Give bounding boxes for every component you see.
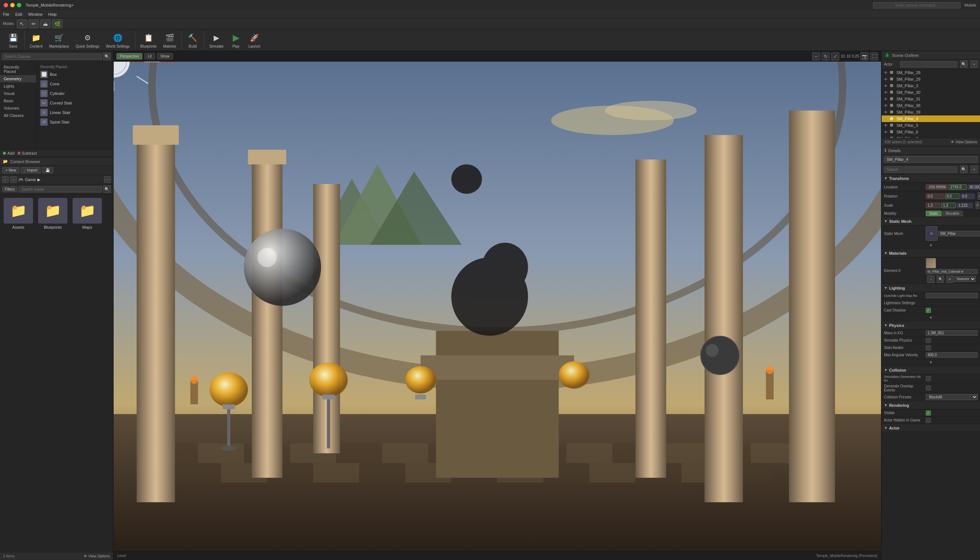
list-item[interactable]: ⬡ Cylinder	[38, 89, 112, 98]
select-mode-button[interactable]: ↖	[17, 20, 27, 28]
material-select-input[interactable]	[926, 269, 978, 274]
scale-y-input[interactable]	[941, 203, 956, 208]
content-button[interactable]: 📁 Content	[27, 30, 45, 50]
actor-section-header[interactable]: ▼ Actor	[882, 424, 980, 432]
add-button[interactable]: Add	[3, 151, 15, 155]
menu-help[interactable]: Help	[48, 12, 57, 17]
world-settings-button[interactable]: 🌐 World Settings	[103, 30, 133, 50]
console-input[interactable]: Enter console command...	[873, 2, 960, 8]
outliner-row[interactable]: 👁 ▦ SM_Pillar_7	[882, 135, 980, 138]
filter-button[interactable]: Filters	[2, 187, 17, 192]
lightmass-settings-property[interactable]: Lightmass Settings	[882, 300, 980, 307]
folder-assets[interactable]: 📁 Assets	[4, 198, 33, 230]
filter-search-button[interactable]: 🔍	[103, 185, 111, 193]
material-find-button[interactable]: 🔍	[937, 276, 944, 283]
scale-tool-button[interactable]: ⤢	[831, 52, 839, 60]
perspective-button[interactable]: Perspective	[117, 53, 142, 59]
mass-input[interactable]	[926, 330, 978, 336]
lighting-section-header[interactable]: ▼ Lighting	[882, 284, 980, 292]
outliner-search-input[interactable]	[900, 61, 957, 67]
close-button[interactable]	[4, 3, 8, 7]
folder-maps[interactable]: 📁 Maps	[73, 198, 102, 230]
physics-expand-row[interactable]: ▼	[882, 359, 980, 366]
outliner-row[interactable]: 👁 ▦ SM_Pillar_3	[882, 82, 980, 89]
menu-file[interactable]: File	[3, 12, 10, 17]
list-item[interactable]: ↺ Spiral Stair	[38, 117, 112, 127]
cast-shadow-checkbox[interactable]: ✓	[926, 308, 931, 313]
outliner-options-button[interactable]: +	[970, 60, 978, 68]
location-z-input[interactable]	[968, 184, 980, 190]
outliner-row[interactable]: 👁 ▦ SM_Pillar_39	[882, 109, 980, 115]
lighting-expand-row[interactable]: ▼	[882, 314, 980, 322]
outliner-row[interactable]: 👁 ▦ SM_Pillar_31	[882, 96, 980, 102]
outliner-search-button[interactable]: 🔍	[960, 60, 968, 68]
marketplace-button[interactable]: 🛒 Marketplace	[46, 30, 72, 50]
category-all-classes[interactable]: All Classes	[0, 112, 36, 119]
rotate-tool-button[interactable]: ↻	[822, 52, 830, 60]
list-item[interactable]: ⬜ Box	[38, 70, 112, 79]
matinee-button[interactable]: 🎬 Matinee	[160, 30, 179, 50]
folder-blueprints[interactable]: 📁 Blueprints	[38, 198, 67, 230]
outliner-row[interactable]: 👁 ▦ SM_Pillar_30	[882, 89, 980, 96]
physics-section-header[interactable]: ▼ Physics	[882, 322, 980, 330]
quick-settings-button[interactable]: ⚙ Quick Settings	[73, 30, 102, 50]
mesh-select-input[interactable]	[938, 231, 980, 237]
new-button[interactable]: + New	[2, 167, 20, 173]
start-awake-checkbox[interactable]	[926, 345, 931, 350]
details-options-button[interactable]: +	[970, 166, 978, 173]
foliage-mode-button[interactable]: 🌿	[52, 20, 62, 28]
rendering-section-header[interactable]: ▼ Rendering	[882, 401, 980, 409]
translate-tool-button[interactable]: ↔	[812, 52, 820, 60]
play-button[interactable]: ▶ Play	[227, 30, 245, 50]
collision-section-header[interactable]: ▼ Collision	[882, 366, 980, 374]
nav-back-button[interactable]: ←	[2, 176, 9, 183]
category-geometry[interactable]: Geometry	[0, 75, 36, 82]
landscape-mode-button[interactable]: ⛰	[40, 20, 50, 28]
viewport-canvas[interactable]: X Y Z	[113, 62, 881, 551]
outliner-row[interactable]: 👁 ▦ SM_Pillar_6	[882, 128, 980, 135]
subtract-button[interactable]: Subtract	[18, 151, 37, 155]
outliner-row[interactable]: 👁 ▦ SM_Pillar_28	[882, 69, 980, 76]
category-visual[interactable]: Visual	[0, 90, 36, 97]
category-recently-placed[interactable]: Recently Placed	[0, 63, 36, 75]
sim-generates-checkbox[interactable]	[926, 376, 931, 381]
expand-row[interactable]: ▼	[882, 242, 980, 249]
generate-overlap-checkbox[interactable]	[926, 385, 931, 391]
outliner-row[interactable]: 👁 ▦ SM_Pillar_5	[882, 122, 980, 128]
build-button[interactable]: 🔨 Build	[184, 30, 202, 50]
outliner-view-options-button[interactable]: 👁 View Options	[951, 140, 977, 144]
materials-section-header[interactable]: ▼ Materials	[882, 249, 980, 257]
menu-edit[interactable]: Edit	[15, 12, 22, 17]
scale-reset-button[interactable]: ↺	[976, 202, 979, 209]
actor-name-input[interactable]	[884, 156, 978, 163]
max-angular-input[interactable]	[926, 352, 978, 358]
location-x-input[interactable]	[926, 184, 948, 190]
material-browse-button[interactable]: →	[927, 276, 935, 283]
textures-select[interactable]: Textures	[954, 276, 976, 282]
category-volumes[interactable]: Volumes	[0, 105, 36, 112]
menu-window[interactable]: Window	[28, 12, 43, 17]
material-clear-button[interactable]: ✕	[946, 276, 953, 283]
category-lights[interactable]: Lights	[0, 82, 36, 90]
rotation-y-input[interactable]	[945, 193, 960, 199]
rotation-reset-button[interactable]: ↺	[978, 192, 980, 200]
list-item[interactable]: ↩ Curved Stair	[38, 98, 112, 108]
category-basic[interactable]: Basic	[0, 97, 36, 105]
save-all-button[interactable]: 💾	[42, 167, 53, 173]
list-item[interactable]: ≡ Linear Stair	[38, 108, 112, 117]
location-y-input[interactable]	[948, 184, 967, 190]
static-mesh-section-header[interactable]: ▼ Static Mesh	[882, 217, 980, 225]
outliner-row[interactable]: 👁 ▦ SM_Pillar_38	[882, 102, 980, 109]
path-options-button[interactable]: ⋯	[104, 176, 111, 183]
scale-z-input[interactable]	[957, 203, 973, 208]
search-button[interactable]: 🔍	[103, 53, 111, 60]
transform-section-header[interactable]: ▼ Transform	[882, 175, 980, 183]
collision-presets-select[interactable]: BlockAll	[926, 394, 978, 400]
scale-x-input[interactable]	[926, 203, 940, 208]
maximize-button[interactable]	[17, 3, 21, 7]
camera-speed-button[interactable]: 📷	[860, 52, 868, 60]
lit-button[interactable]: Lit	[144, 53, 155, 59]
list-item[interactable]: △ Cone	[38, 79, 112, 89]
rotation-z-input[interactable]	[960, 193, 975, 199]
details-search-input[interactable]	[884, 167, 957, 173]
